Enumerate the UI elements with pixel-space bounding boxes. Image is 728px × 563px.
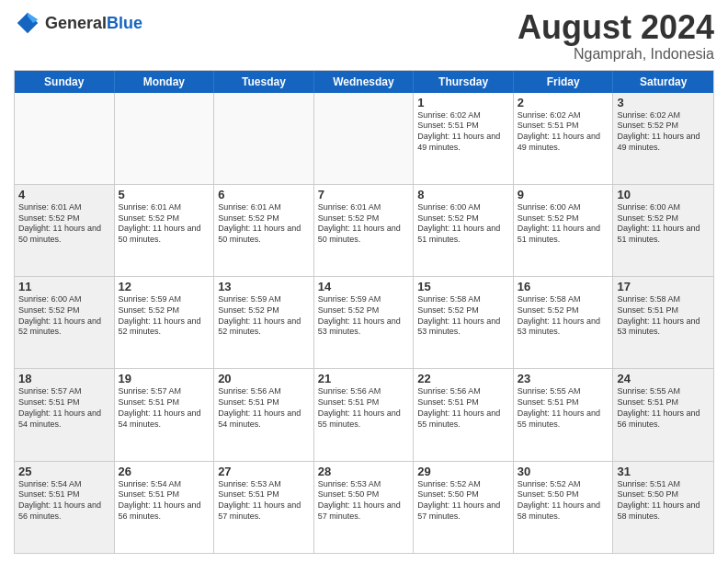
- day-number: 5: [119, 188, 210, 201]
- header-cell-sunday: Sunday: [15, 71, 115, 93]
- cell-info: Sunrise: 5:58 AM Sunset: 5:52 PM Dayligh…: [518, 294, 609, 338]
- calendar-cell: 2Sunrise: 6:02 AM Sunset: 5:51 PM Daylig…: [514, 93, 614, 184]
- cell-info: Sunrise: 5:52 AM Sunset: 5:50 PM Dayligh…: [518, 479, 609, 523]
- day-number: 4: [18, 188, 110, 201]
- cell-info: Sunrise: 6:02 AM Sunset: 5:51 PM Dayligh…: [518, 110, 609, 154]
- calendar-cell: 18Sunrise: 5:57 AM Sunset: 5:51 PM Dayli…: [15, 369, 115, 460]
- day-number: 31: [617, 465, 710, 478]
- calendar-cell: 25Sunrise: 5:54 AM Sunset: 5:51 PM Dayli…: [15, 462, 115, 553]
- day-number: 30: [518, 465, 609, 478]
- cell-info: Sunrise: 5:51 AM Sunset: 5:50 PM Dayligh…: [617, 479, 710, 523]
- cell-info: Sunrise: 5:53 AM Sunset: 5:50 PM Dayligh…: [318, 479, 410, 523]
- calendar-cell: 23Sunrise: 5:55 AM Sunset: 5:51 PM Dayli…: [514, 369, 614, 460]
- cell-info: Sunrise: 6:01 AM Sunset: 5:52 PM Dayligh…: [18, 202, 110, 246]
- cell-info: Sunrise: 6:00 AM Sunset: 5:52 PM Dayligh…: [518, 202, 609, 246]
- calendar-cell: 11Sunrise: 6:00 AM Sunset: 5:52 PM Dayli…: [15, 277, 115, 368]
- calendar-row-1: 4Sunrise: 6:01 AM Sunset: 5:52 PM Daylig…: [15, 184, 713, 276]
- day-number: 26: [119, 465, 210, 478]
- calendar-cell: 7Sunrise: 6:01 AM Sunset: 5:52 PM Daylig…: [314, 185, 415, 276]
- cell-info: Sunrise: 6:02 AM Sunset: 5:52 PM Dayligh…: [617, 110, 710, 154]
- day-number: 16: [518, 280, 609, 293]
- calendar-cell: 16Sunrise: 5:58 AM Sunset: 5:52 PM Dayli…: [514, 277, 614, 368]
- calendar-body: 1Sunrise: 6:02 AM Sunset: 5:51 PM Daylig…: [15, 93, 713, 553]
- day-number: 12: [119, 280, 210, 293]
- day-number: 3: [617, 96, 710, 109]
- cell-info: Sunrise: 6:00 AM Sunset: 5:52 PM Dayligh…: [617, 202, 710, 246]
- calendar-cell: 29Sunrise: 5:52 AM Sunset: 5:50 PM Dayli…: [414, 462, 514, 553]
- calendar-cell: [115, 93, 215, 184]
- day-number: 25: [18, 465, 110, 478]
- cell-info: Sunrise: 5:59 AM Sunset: 5:52 PM Dayligh…: [318, 294, 410, 338]
- day-number: 21: [318, 372, 410, 385]
- calendar-cell: 20Sunrise: 5:56 AM Sunset: 5:51 PM Dayli…: [214, 369, 314, 460]
- calendar-cell: 10Sunrise: 6:00 AM Sunset: 5:52 PM Dayli…: [613, 185, 713, 276]
- calendar-cell: 19Sunrise: 5:57 AM Sunset: 5:51 PM Dayli…: [115, 369, 215, 460]
- cell-info: Sunrise: 6:02 AM Sunset: 5:51 PM Dayligh…: [417, 110, 509, 154]
- title-block: August 2024 Ngamprah, Indonesia: [518, 9, 714, 63]
- calendar-cell: 12Sunrise: 5:59 AM Sunset: 5:52 PM Dayli…: [115, 277, 215, 368]
- day-number: 29: [417, 465, 509, 478]
- cell-info: Sunrise: 5:58 AM Sunset: 5:52 PM Dayligh…: [417, 294, 509, 338]
- calendar-cell: [15, 93, 115, 184]
- cell-info: Sunrise: 5:55 AM Sunset: 5:51 PM Dayligh…: [518, 386, 609, 430]
- calendar: SundayMondayTuesdayWednesdayThursdayFrid…: [14, 70, 714, 554]
- calendar-cell: 17Sunrise: 5:58 AM Sunset: 5:51 PM Dayli…: [613, 277, 713, 368]
- logo-text: GeneralBlue: [45, 14, 142, 33]
- calendar-subtitle: Ngamprah, Indonesia: [518, 46, 714, 63]
- day-number: 11: [18, 280, 110, 293]
- header-cell-tuesday: Tuesday: [214, 71, 314, 93]
- day-number: 13: [218, 280, 310, 293]
- day-number: 9: [518, 188, 609, 201]
- calendar-cell: 5Sunrise: 6:01 AM Sunset: 5:52 PM Daylig…: [115, 185, 215, 276]
- calendar-cell: 6Sunrise: 6:01 AM Sunset: 5:52 PM Daylig…: [214, 185, 314, 276]
- cell-info: Sunrise: 5:57 AM Sunset: 5:51 PM Dayligh…: [119, 386, 210, 430]
- cell-info: Sunrise: 5:59 AM Sunset: 5:52 PM Dayligh…: [218, 294, 310, 338]
- day-number: 23: [518, 372, 609, 385]
- header: GeneralBlue August 2024 Ngamprah, Indone…: [14, 9, 714, 63]
- day-number: 1: [417, 96, 509, 109]
- day-number: 6: [218, 188, 310, 201]
- cell-info: Sunrise: 5:54 AM Sunset: 5:51 PM Dayligh…: [18, 479, 110, 523]
- header-cell-monday: Monday: [115, 71, 215, 93]
- day-number: 8: [417, 188, 509, 201]
- cell-info: Sunrise: 5:53 AM Sunset: 5:51 PM Dayligh…: [218, 479, 310, 523]
- cell-info: Sunrise: 5:52 AM Sunset: 5:50 PM Dayligh…: [417, 479, 509, 523]
- cell-info: Sunrise: 5:55 AM Sunset: 5:51 PM Dayligh…: [617, 386, 710, 430]
- cell-info: Sunrise: 5:57 AM Sunset: 5:51 PM Dayligh…: [18, 386, 110, 430]
- calendar-cell: 24Sunrise: 5:55 AM Sunset: 5:51 PM Dayli…: [613, 369, 713, 460]
- calendar-cell: 3Sunrise: 6:02 AM Sunset: 5:52 PM Daylig…: [613, 93, 713, 184]
- day-number: 28: [318, 465, 410, 478]
- calendar-cell: 9Sunrise: 6:00 AM Sunset: 5:52 PM Daylig…: [514, 185, 614, 276]
- header-cell-thursday: Thursday: [414, 71, 514, 93]
- calendar-cell: 21Sunrise: 5:56 AM Sunset: 5:51 PM Dayli…: [314, 369, 415, 460]
- cell-info: Sunrise: 5:56 AM Sunset: 5:51 PM Dayligh…: [218, 386, 310, 430]
- calendar-cell: 1Sunrise: 6:02 AM Sunset: 5:51 PM Daylig…: [414, 93, 514, 184]
- calendar-row-0: 1Sunrise: 6:02 AM Sunset: 5:51 PM Daylig…: [15, 93, 713, 184]
- header-cell-wednesday: Wednesday: [314, 71, 415, 93]
- calendar-header-row: SundayMondayTuesdayWednesdayThursdayFrid…: [15, 71, 713, 93]
- day-number: 10: [617, 188, 710, 201]
- header-cell-friday: Friday: [514, 71, 614, 93]
- day-number: 17: [617, 280, 710, 293]
- cell-info: Sunrise: 5:56 AM Sunset: 5:51 PM Dayligh…: [417, 386, 509, 430]
- calendar-cell: 27Sunrise: 5:53 AM Sunset: 5:51 PM Dayli…: [214, 462, 314, 553]
- calendar-cell: [214, 93, 314, 184]
- cell-info: Sunrise: 5:54 AM Sunset: 5:51 PM Dayligh…: [119, 479, 210, 523]
- calendar-row-3: 18Sunrise: 5:57 AM Sunset: 5:51 PM Dayli…: [15, 368, 713, 460]
- day-number: 15: [417, 280, 509, 293]
- cell-info: Sunrise: 5:56 AM Sunset: 5:51 PM Dayligh…: [318, 386, 410, 430]
- calendar-cell: 8Sunrise: 6:00 AM Sunset: 5:52 PM Daylig…: [414, 185, 514, 276]
- day-number: 7: [318, 188, 410, 201]
- header-cell-saturday: Saturday: [613, 71, 713, 93]
- cell-info: Sunrise: 5:59 AM Sunset: 5:52 PM Dayligh…: [119, 294, 210, 338]
- cell-info: Sunrise: 6:01 AM Sunset: 5:52 PM Dayligh…: [218, 202, 310, 246]
- page: GeneralBlue August 2024 Ngamprah, Indone…: [0, 0, 728, 563]
- calendar-title: August 2024: [518, 9, 714, 46]
- day-number: 19: [119, 372, 210, 385]
- logo-blue: Blue: [107, 14, 142, 32]
- day-number: 24: [617, 372, 710, 385]
- cell-info: Sunrise: 6:01 AM Sunset: 5:52 PM Dayligh…: [119, 202, 210, 246]
- calendar-row-4: 25Sunrise: 5:54 AM Sunset: 5:51 PM Dayli…: [15, 461, 713, 553]
- cell-info: Sunrise: 6:01 AM Sunset: 5:52 PM Dayligh…: [318, 202, 410, 246]
- calendar-cell: [314, 93, 415, 184]
